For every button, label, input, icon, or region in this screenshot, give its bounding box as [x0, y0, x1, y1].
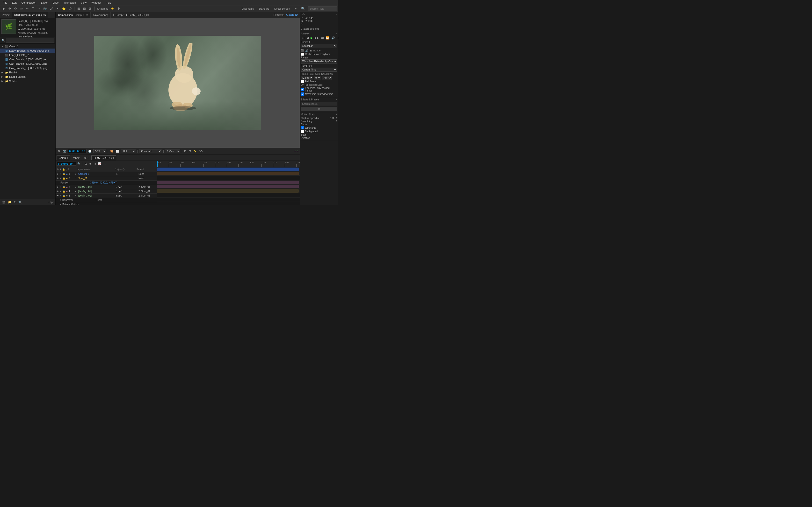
leafy3-mb[interactable]: ◑ — [118, 194, 120, 197]
comp-btn[interactable]: ⊞ — [84, 162, 88, 166]
frame-rate-select[interactable]: (23.98) — [301, 76, 313, 80]
tool-pen[interactable]: ✏ — [24, 6, 30, 11]
new-comp-btn[interactable]: 🎬 — [1, 201, 6, 204]
transform-reset[interactable]: Reset — [96, 199, 102, 201]
range-select[interactable]: Work Area Extended by Current Ti — [301, 59, 337, 63]
quality-select[interactable]: HalfFullQuarter — [121, 149, 136, 153]
play-from-select[interactable]: Current Time — [301, 68, 337, 72]
tool-brush[interactable]: 🖊 — [49, 6, 54, 11]
view-select[interactable]: 1 View2 Views4 Views — [165, 149, 180, 153]
info-menu-icon[interactable]: ≡ — [336, 13, 337, 16]
camera-lock-icon[interactable]: 🔒 — [62, 173, 65, 175]
layer-row-spot[interactable]: 👁 ☀ 🔒 ■ 2 ▼ Spot_01 None — [56, 176, 157, 181]
tool-align2[interactable]: ⊟ — [82, 6, 87, 11]
menu-animation[interactable]: Animation — [63, 1, 77, 5]
search-layers-btn[interactable]: 🔍 — [77, 162, 82, 166]
project-item-rabbit-layers[interactable]: ▶ 📁 Rabbit Layers — [0, 74, 55, 79]
wireframe-checkbox[interactable] — [301, 126, 304, 129]
breadcrumb-comp[interactable]: Comp 1 — [115, 13, 125, 16]
leafy2-solo[interactable]: ☀ — [59, 190, 62, 193]
project-item-comp1[interactable]: ▼ ⬛ Comp 1 — [0, 44, 55, 49]
tool-align3[interactable]: ⊠ — [88, 6, 93, 11]
workspace-standard[interactable]: Standard — [257, 7, 271, 11]
play-to-end-btn[interactable]: ▶▶ — [314, 36, 320, 40]
project-item-leafy-branch[interactable]: 🖼 Leafy_Branch_A.[0001-0800].png — [0, 49, 55, 53]
project-item-oak-b[interactable]: 🖼 Oak_Branch_B.[0001-0800].png — [0, 62, 55, 66]
cache-checkbox[interactable] — [301, 53, 304, 56]
tool-move[interactable]: ✥ — [7, 6, 12, 11]
sublayer-transform[interactable]: ▼ Transform Reset — [56, 198, 157, 202]
tool-h[interactable]: ↔ — [36, 6, 41, 11]
loop-btn[interactable]: 🔁 — [325, 36, 330, 40]
camera-parent[interactable]: None — [138, 173, 157, 175]
preview-menu-icon[interactable]: ≡ — [336, 32, 337, 35]
cache-playing-checkbox[interactable] — [301, 88, 304, 91]
workspace-small-screen[interactable]: Small Screen — [273, 7, 292, 11]
snapping-toggle[interactable]: ⚡ — [109, 6, 115, 11]
leafy1-expand[interactable]: ▶ — [75, 186, 77, 188]
ruler-btn[interactable]: 📏 — [193, 150, 197, 153]
comp-tab-close[interactable]: ✕ — [86, 13, 88, 16]
menu-edit[interactable]: Edit — [11, 1, 18, 5]
workspace-menu[interactable]: » — [293, 6, 298, 11]
snapshot-btn[interactable]: 📷 — [62, 150, 67, 153]
comp-tab-main[interactable]: Composition Comp 1 ✕ — [56, 12, 91, 18]
layer-row-leafy1[interactable]: 👁 ☀ 🔒 ■ 3 ▶ [Leafy_...01] fx ◑ ⬡ — [56, 185, 157, 189]
tool-camera[interactable]: 📷 — [42, 6, 48, 11]
spot-eye-icon[interactable]: 👁 — [56, 177, 59, 180]
color-picker-btn[interactable]: 🎨 — [109, 150, 114, 153]
tool-rotate[interactable]: ⟳ — [13, 6, 18, 11]
leafy1-mb[interactable]: ◑ — [118, 186, 120, 188]
playhead[interactable] — [157, 161, 158, 167]
project-item-oak-a[interactable]: 🖼 Oak_Branch_A.[0001-0800].png — [0, 57, 55, 62]
prev-frame-btn[interactable]: ◀ — [306, 36, 309, 40]
material-expand[interactable]: ▼ — [59, 203, 62, 205]
transparency-btn[interactable]: ⬜ — [115, 150, 120, 153]
layer-row-camera[interactable]: 👁 ☀ 🔒 ■ 1 ▶ Camera 1 ☐ None — [56, 172, 157, 176]
leafy2-eye[interactable]: 👁 — [56, 190, 59, 193]
current-time-display[interactable]: 0:00:00:00 — [68, 149, 87, 153]
skip-to-end-btn[interactable]: ⏭ — [320, 36, 324, 40]
leafy3-fx[interactable]: fx — [116, 194, 117, 197]
leafy1-fx[interactable]: fx — [116, 186, 117, 188]
menu-window[interactable]: Window — [90, 1, 102, 5]
tool-clone[interactable]: ✂ — [55, 6, 60, 11]
leafy1-3d[interactable]: ⬡ — [120, 186, 122, 188]
comp-tab-layer[interactable]: Layer (none) — [91, 12, 111, 18]
effects-view-toggle[interactable]: ⊞ — [301, 107, 337, 111]
effects-menu-icon[interactable]: ≡ — [336, 98, 337, 101]
tl-tab-comp1[interactable]: Comp 1 — [57, 156, 70, 160]
shortcut-select[interactable]: Spacebar — [301, 44, 337, 48]
camera-expand[interactable]: ▶ — [75, 173, 77, 175]
new-folder-btn[interactable]: 📁 — [7, 201, 12, 204]
leafy1-parent[interactable]: 2. Spot_01 — [138, 186, 157, 188]
skip-select[interactable]: 0 — [314, 76, 321, 80]
effects-search-input[interactable] — [301, 102, 337, 106]
project-item-solids[interactable]: ▶ 📁 Solids — [0, 79, 55, 83]
leafy1-lock[interactable]: 🔒 — [62, 186, 65, 188]
camera-eye-icon[interactable]: 👁 — [56, 173, 59, 175]
search-icon[interactable]: 🔍 — [300, 6, 306, 11]
camera-select[interactable]: Camera 1Active Camera — [139, 149, 162, 153]
leafy2-mb[interactable]: ◑ — [118, 190, 120, 193]
include-video-icon[interactable]: 🎬 — [301, 49, 304, 52]
tl-tab-001[interactable]: 001 — [82, 156, 91, 160]
layer-row-leafy3[interactable]: 👁 ☀ 🔒 ■ 5 ▼ [Leafy_...01] fx ◑ ⬡ — [56, 193, 157, 198]
tool-puppet[interactable]: ⬡ — [68, 6, 72, 11]
sublayer-material-options[interactable]: ▼ Material Options — [56, 202, 157, 205]
graph-editor-btn[interactable]: 📈 — [97, 162, 102, 166]
audio-btn[interactable]: 🔊 — [331, 36, 336, 40]
leafy3-3d[interactable]: ⬡ — [120, 194, 122, 197]
play-btn[interactable]: ▶ — [310, 36, 313, 40]
motion-sketch-menu-icon[interactable]: ≡ — [336, 113, 337, 116]
tab-project[interactable]: Project — [0, 12, 12, 18]
menu-view[interactable]: View — [80, 1, 88, 5]
preview-settings-icon[interactable]: ⊞ — [336, 36, 338, 40]
leafy3-lock[interactable]: 🔒 — [62, 194, 65, 197]
leafy1-solo[interactable]: ☀ — [59, 186, 62, 188]
camera-solo-icon[interactable]: ☀ — [59, 173, 62, 175]
breadcrumb-sub[interactable]: Leafy_GOBO_01 — [129, 13, 149, 16]
include-extra-icon[interactable]: ⊞ — [310, 49, 312, 52]
spot-parent[interactable]: None — [138, 177, 157, 180]
leafy2-3d[interactable]: ⬡ — [120, 190, 122, 193]
